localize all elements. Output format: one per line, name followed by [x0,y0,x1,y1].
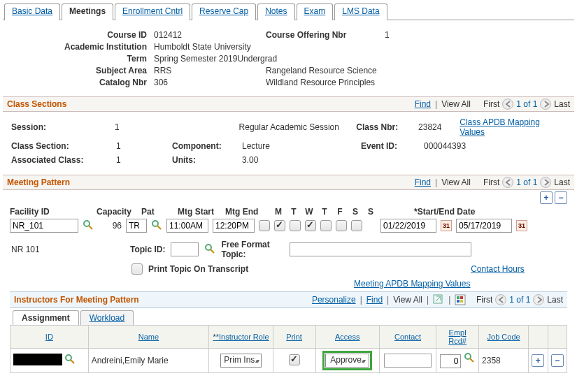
col-empl[interactable]: Empl Rcd# [436,326,479,349]
tab-meetings[interactable]: Meetings [62,3,113,20]
download-icon[interactable] [455,294,466,305]
instr-last: Last [547,295,563,305]
topic-lookup-icon[interactable] [204,244,215,255]
add-row-button[interactable]: + [540,191,553,204]
facility-id-label: Facility ID [10,207,92,217]
day-w-checkbox[interactable] [290,220,301,231]
class-apdb-link[interactable]: Class APDB Mapping Values [460,117,566,137]
empl-lookup-icon[interactable] [464,353,475,364]
col-del [548,326,567,349]
end-date-calendar-icon[interactable]: 31 [516,220,527,231]
offering-nbr-value: 1 [378,30,390,40]
tab-reserve-cap[interactable]: Reserve Cap [192,3,256,20]
course-id-value: 012412 [154,30,266,40]
instructor-name: Andreini,Emily Marie [88,349,209,373]
instructors-subtabs: Assignment Workload [10,308,567,325]
personalize-link[interactable]: Personalize [312,295,356,305]
next-row-icon[interactable] [540,99,551,110]
instr-find-link[interactable]: Find [366,295,383,305]
view-all-text: View All [441,99,471,109]
row-delete-button[interactable]: − [551,354,564,367]
day-m-label: M [273,207,284,217]
mp-find-link[interactable]: Find [415,177,431,187]
tab-lms-data[interactable]: LMS Data [334,3,387,20]
col-print[interactable]: Print [273,326,315,349]
subtab-assignment[interactable]: Assignment [13,310,79,325]
role-select[interactable]: Prim Ins [220,354,261,368]
zoom-icon[interactable] [433,294,444,305]
row-add-button[interactable]: + [532,354,544,367]
subject-label: Subject Area [8,66,154,75]
col-contact[interactable]: Contact [379,326,436,349]
event-id-label: Event ID: [361,141,424,151]
svg-line-5 [211,249,214,253]
prev-row-icon[interactable] [502,99,513,110]
mp-count: 1 of 1 [516,177,537,187]
day-su-checkbox[interactable] [351,220,362,231]
mtg-start-label: Mtg Start [178,207,221,217]
pat-input[interactable] [126,219,147,233]
tab-exam[interactable]: Exam [297,3,334,20]
session-label: Session: [11,122,115,132]
session-desc: Regular Academic Session [239,122,357,132]
find-link[interactable]: Find [415,99,431,109]
mp-first: First [483,177,499,187]
end-date-input[interactable] [456,219,512,233]
table-row: Andreini,Emily Marie Prim Ins Approve 23… [10,349,567,373]
pat-lookup-icon[interactable] [151,220,162,231]
col-role[interactable]: **Instructor Role [209,326,273,349]
instr-prev-icon[interactable] [495,294,506,305]
access-select[interactable]: Approve [325,354,369,368]
col-access[interactable]: Access [315,326,379,349]
svg-line-14 [71,360,74,363]
instructors-table: ID Name **Instructor Role Print Access C… [10,325,567,373]
class-sections-title: Class Sections [7,99,66,109]
subject-desc: Rangeland Resource Science [266,66,377,75]
component-label: Component: [172,141,242,151]
delete-row-button[interactable]: − [555,191,567,204]
free-format-input[interactable] [290,242,471,256]
topic-id-input[interactable] [171,242,199,256]
catalog-desc: Wildland Resource Principles [266,78,375,87]
instr-next-icon[interactable] [533,294,544,305]
empl-rcd-input[interactable] [440,354,461,368]
contact-hours-link[interactable]: Contact Hours [471,264,525,274]
col-id[interactable]: ID [10,326,89,349]
svg-rect-12 [460,300,463,303]
mtg-start-input[interactable] [166,219,208,233]
session-value: 1 [115,122,170,132]
print-checkbox[interactable] [289,354,300,365]
day-m-checkbox[interactable] [259,220,270,231]
subtab-workload[interactable]: Workload [80,310,134,325]
svg-rect-10 [460,296,463,299]
start-date-input[interactable] [380,219,436,233]
tab-notes[interactable]: Notes [257,3,294,20]
pat-label: Pat [141,207,173,217]
day-th-checkbox[interactable] [305,220,316,231]
day-t-checkbox[interactable] [274,220,285,231]
facility-lookup-icon[interactable] [83,220,94,231]
mp-prev-icon[interactable] [502,177,513,188]
tab-basic-data[interactable]: Basic Data [4,3,60,20]
facility-desc: NR 101 [11,245,124,254]
col-job[interactable]: Job Code [479,326,529,349]
id-lookup-icon[interactable] [64,354,76,365]
col-name[interactable]: Name [88,326,209,349]
mp-last: Last [554,177,570,187]
day-s-checkbox[interactable] [336,220,347,231]
contact-input[interactable] [384,354,432,368]
mtg-end-input[interactable] [213,219,255,233]
tab-enrollment-cntrl[interactable]: Enrollment Cntrl [115,3,190,20]
day-w-label: W [304,207,315,217]
start-date-calendar-icon[interactable]: 31 [441,220,452,231]
class-section-value: 1 [116,141,172,151]
mp-next-icon[interactable] [540,177,551,188]
print-topic-checkbox[interactable] [131,263,143,275]
facility-id-input[interactable] [10,219,78,233]
day-f-checkbox[interactable] [320,220,332,231]
free-format-label: Free Format Topic: [221,240,284,259]
meeting-apdb-link[interactable]: Meeting APDB Mapping Values [354,279,471,289]
svg-rect-11 [457,300,460,303]
day-t-label: T [288,207,299,217]
instr-count: 1 of 1 [509,295,530,305]
